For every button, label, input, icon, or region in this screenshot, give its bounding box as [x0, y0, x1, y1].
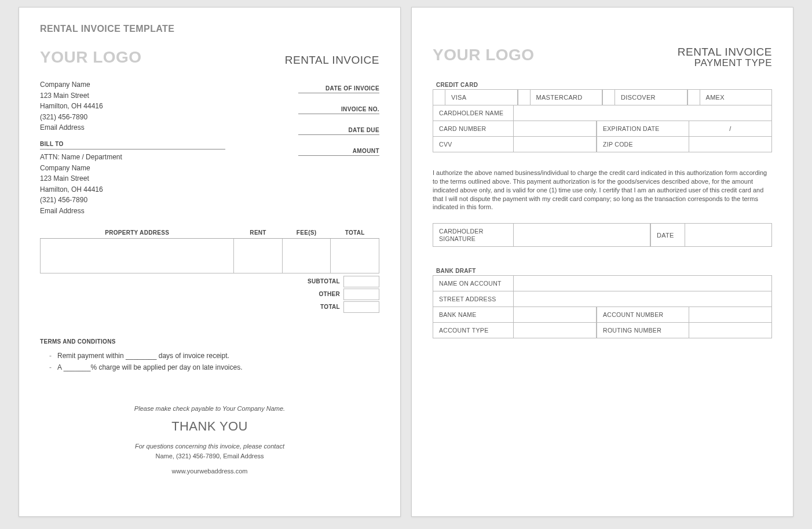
invoice-no-field[interactable]: INVOICE NO. — [298, 100, 379, 114]
company-phone: (321) 456-7890 — [40, 112, 103, 123]
account-type-label: ACCOUNT TYPE — [433, 323, 514, 338]
bill-to-block: ATTN: Name / Department Company Name 123… — [40, 152, 225, 217]
bill-attn: ATTN: Name / Department — [40, 152, 225, 163]
mastercard-label: MASTERCARD — [531, 89, 603, 105]
col-property: PROPERTY ADDRESS — [41, 227, 234, 239]
bill-email: Email Address — [40, 206, 225, 217]
logo-placeholder: YOUR LOGO — [433, 46, 535, 64]
bill-street: 123 Main Street — [40, 173, 225, 184]
col-total: TOTAL — [331, 227, 379, 239]
document-title-2: RENTAL INVOICE PAYMENT TYPE — [678, 46, 772, 69]
credit-card-section: VISA MASTERCARD DISCOVER AMEX CARDHOLDER… — [433, 89, 772, 152]
visa-label: VISA — [445, 89, 518, 105]
routing-number-label: ROUTING NUMBER — [597, 323, 689, 338]
col-rent: RENT — [234, 227, 283, 239]
discover-label: DISCOVER — [615, 89, 687, 105]
discover-checkbox[interactable] — [602, 89, 615, 105]
account-number-label: ACCOUNT NUMBER — [597, 307, 689, 323]
other-field[interactable] — [343, 289, 379, 300]
invoice-meta: DATE OF INVOICE INVOICE NO. DATE DUE AMO… — [298, 79, 379, 163]
bank-draft-section: NAME ON ACCOUNT STREET ADDRESS BANK NAME… — [433, 275, 772, 338]
mastercard-checkbox[interactable] — [518, 89, 531, 105]
date-due-field[interactable]: DATE DUE — [298, 121, 379, 135]
total-field[interactable] — [343, 301, 379, 313]
contact-line: Name, (321) 456-7890, Email Address — [40, 451, 379, 461]
bill-city: Hamilton, OH 44416 — [40, 184, 225, 195]
cardholder-name-label: CARDHOLDER NAME — [433, 105, 514, 121]
payable-note: Please make check payable to Your Compan… — [40, 404, 379, 414]
bank-name-field[interactable] — [514, 307, 597, 323]
subtotal-field[interactable] — [343, 276, 379, 287]
credit-card-label: CREDIT CARD — [436, 82, 772, 88]
sig-date-field[interactable] — [685, 223, 772, 247]
signature-row: CARDHOLDER SIGNATURE DATE — [433, 223, 772, 247]
amount-field[interactable]: AMOUNT — [298, 142, 379, 156]
street-address-field[interactable] — [514, 291, 772, 307]
company-email: Email Address — [40, 122, 103, 133]
web-address: www.yourwebaddress.com — [40, 466, 379, 476]
terms-heading: TERMS AND CONDITIONS — [40, 338, 379, 345]
table-row[interactable] — [41, 238, 379, 273]
thank-you: THANK YOU — [40, 417, 379, 436]
card-number-field[interactable] — [514, 121, 597, 137]
header: YOUR LOGO RENTAL INVOICE — [40, 48, 379, 67]
account-name-label: NAME ON ACCOUNT — [433, 275, 514, 291]
visa-checkbox[interactable] — [433, 89, 445, 105]
date-of-invoice-field[interactable]: DATE OF INVOICE — [298, 79, 379, 93]
bill-company: Company Name — [40, 163, 225, 174]
other-label: OTHER — [294, 291, 340, 297]
total-label: TOTAL — [294, 304, 340, 310]
bill-phone: (321) 456-7890 — [40, 195, 225, 206]
expiration-label: EXPIRATION DATE — [597, 121, 689, 137]
bank-name-label: BANK NAME — [433, 307, 514, 323]
cvv-field[interactable] — [514, 137, 597, 152]
card-number-label: CARD NUMBER — [433, 121, 514, 137]
expiration-field[interactable]: / — [689, 121, 772, 137]
invoice-page-1: RENTAL INVOICE TEMPLATE YOUR LOGO RENTAL… — [19, 7, 401, 517]
company-address: Company Name 123 Main Street Hamilton, O… — [40, 79, 103, 163]
col-fees: FEE(S) — [282, 227, 331, 239]
terms-list: Remit payment within ________ days of in… — [40, 352, 379, 371]
signature-field[interactable] — [514, 223, 650, 247]
property-table: PROPERTY ADDRESS RENT FEE(S) TOTAL — [40, 227, 379, 273]
company-city: Hamilton, OH 44416 — [40, 101, 103, 112]
amex-label: AMEX — [700, 89, 773, 105]
street-address-label: STREET ADDRESS — [433, 291, 514, 307]
amex-checkbox[interactable] — [687, 89, 700, 105]
account-name-field[interactable] — [514, 275, 772, 291]
footer: Please make check payable to Your Compan… — [40, 404, 379, 476]
cvv-label: CVV — [433, 137, 514, 152]
cardholder-name-field[interactable] — [514, 105, 772, 121]
authorization-text: I authorize the above named business/ind… — [433, 169, 772, 211]
logo-placeholder: YOUR LOGO — [40, 48, 142, 67]
bank-draft-label: BANK DRAFT — [436, 268, 772, 274]
zip-label: ZIP CODE — [597, 137, 689, 152]
sig-date-label: DATE — [650, 223, 685, 247]
page2-header: YOUR LOGO RENTAL INVOICE PAYMENT TYPE — [433, 46, 772, 69]
company-name: Company Name — [40, 79, 103, 90]
term-item: Remit payment within ________ days of in… — [57, 352, 379, 360]
document-title: RENTAL INVOICE — [285, 54, 379, 67]
totals-block: SUBTOTAL OTHER TOTAL — [40, 276, 379, 313]
zip-field[interactable] — [689, 137, 772, 152]
signature-label: CARDHOLDER SIGNATURE — [433, 223, 514, 247]
routing-number-field[interactable] — [689, 323, 772, 338]
company-street: 123 Main Street — [40, 90, 103, 101]
questions-note: For questions concerning this invoice, p… — [40, 442, 379, 451]
term-item: A _______% charge will be applied per da… — [57, 363, 379, 371]
invoice-page-2: YOUR LOGO RENTAL INVOICE PAYMENT TYPE CR… — [411, 7, 793, 517]
account-type-field[interactable] — [514, 323, 597, 338]
account-number-field[interactable] — [689, 307, 772, 323]
template-title: RENTAL INVOICE TEMPLATE — [40, 24, 379, 34]
subtotal-label: SUBTOTAL — [294, 278, 340, 284]
